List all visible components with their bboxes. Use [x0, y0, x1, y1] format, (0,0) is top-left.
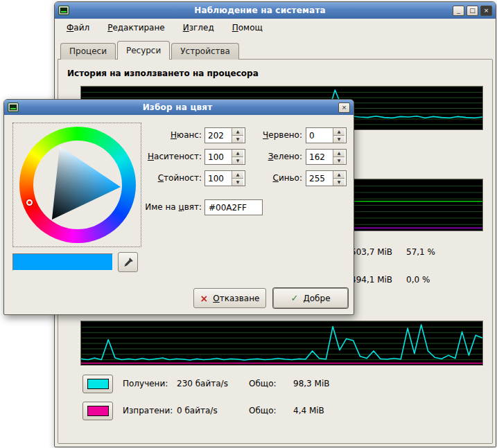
network-history-chart — [80, 321, 483, 366]
dialog-title: Избор на цвят — [19, 102, 336, 112]
value-label: Стойност: — [112, 170, 202, 186]
received-color-button[interactable] — [82, 375, 113, 393]
network-sent-row: Изпратени: 0 байта/s Общо: 4,4 MiB — [82, 401, 324, 420]
ok-button[interactable]: ✓ Добре — [273, 288, 348, 308]
network-received-row: Получени: 230 байта/s Общо: 98,3 MiB — [82, 374, 329, 393]
dialog-titlebar[interactable]: Избор на цвят × — [4, 100, 354, 115]
received-rate: 230 байта/s — [177, 379, 249, 388]
menu-edit[interactable]: Редактиране — [107, 23, 165, 33]
red-input[interactable] — [306, 128, 333, 143]
color-name-input[interactable] — [204, 199, 263, 215]
sent-color-swatch — [87, 406, 109, 416]
desktop: Наблюдение на системата _ □ × Файл Редак… — [0, 0, 497, 448]
sent-label: Изпратени: — [123, 406, 177, 415]
red-spin-up[interactable]: ▲ — [333, 128, 345, 135]
ok-label: Добре — [303, 294, 330, 303]
green-spin-down[interactable]: ▼ — [333, 156, 345, 164]
tabstrip: Процеси Ресурси Устройства — [60, 41, 241, 60]
received-total-label: Общо: — [249, 379, 293, 388]
cancel-icon: × — [200, 294, 209, 303]
blue-input[interactable] — [306, 171, 333, 186]
menubar: Файл Редактиране Изглед Помощ — [55, 19, 496, 37]
minimize-button[interactable]: _ — [453, 6, 464, 16]
red-label: Червено: — [212, 127, 302, 143]
color-preview — [12, 253, 113, 271]
sent-color-button[interactable] — [82, 402, 113, 420]
swap-used-value: 494,1 MiB — [351, 275, 392, 285]
cancel-button[interactable]: × Отказване — [193, 288, 266, 308]
saturation-label: Наситеност: — [112, 149, 202, 165]
dialog-app-icon — [8, 102, 19, 112]
app-icon — [58, 6, 69, 15]
window-title: Наблюдение на системата — [69, 6, 451, 15]
app-icon-graph-line — [61, 11, 67, 12]
sent-total-label: Общо: — [249, 406, 293, 415]
memory-used-percent: 57,1 % — [406, 247, 435, 257]
cancel-label: Отказване — [213, 294, 259, 303]
network-chart-canvas — [81, 321, 482, 365]
dialog-close-button[interactable]: × — [338, 102, 350, 113]
blue-spin-down[interactable]: ▼ — [333, 178, 345, 186]
eyedropper-icon — [123, 257, 134, 268]
swap-used-percent: 0,0 % — [406, 275, 430, 285]
hue-marker[interactable] — [26, 199, 33, 206]
green-spin-up[interactable]: ▲ — [333, 150, 345, 156]
red-spin-down[interactable]: ▼ — [333, 135, 345, 143]
dialog-app-icon-graph-line — [10, 108, 16, 109]
menu-view[interactable]: Изглед — [183, 23, 214, 33]
sent-total: 4,4 MiB — [293, 406, 324, 415]
blue-spin-up[interactable]: ▲ — [333, 171, 345, 178]
menu-file[interactable]: Файл — [67, 23, 89, 33]
blue-label: Синьо: — [212, 170, 302, 186]
maximize-button[interactable]: □ — [467, 6, 478, 16]
blue-spinbox: ▲▼ — [306, 170, 347, 186]
memory-used-value: 503,7 MiB — [351, 247, 392, 257]
tab-resources[interactable]: Ресурси — [117, 41, 170, 60]
eyedropper-button[interactable] — [118, 252, 138, 272]
color-picker-dialog: Избор на цвят × — [3, 99, 354, 315]
hue-label: Нюанс: — [112, 127, 202, 143]
menu-help[interactable]: Помощ — [232, 23, 263, 33]
received-total: 98,3 MiB — [293, 379, 329, 388]
green-spinbox: ▲▼ — [306, 149, 347, 165]
tab-devices[interactable]: Устройства — [171, 43, 239, 60]
main-titlebar[interactable]: Наблюдение на системата _ □ × — [55, 2, 496, 19]
sent-rate: 0 байта/s — [177, 406, 249, 415]
received-label: Получени: — [123, 379, 177, 388]
ok-icon: ✓ — [290, 294, 298, 303]
received-color-swatch — [87, 379, 109, 389]
cpu-history-heading: История на използването на процесора — [67, 69, 259, 78]
color-name-label: Име на цвят: — [112, 199, 202, 215]
close-button[interactable]: × — [480, 6, 492, 16]
red-spinbox: ▲▼ — [306, 127, 347, 143]
green-input[interactable] — [306, 150, 333, 164]
tab-processes[interactable]: Процеси — [60, 43, 116, 60]
green-label: Зелено: — [212, 149, 302, 165]
